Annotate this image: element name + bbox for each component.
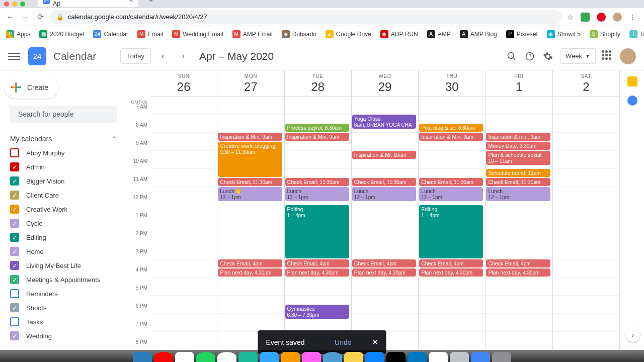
calendar-event[interactable]: Plan next day, 4:30pm xyxy=(486,268,550,277)
calendar-event[interactable]: Check Email, 11:30am xyxy=(486,178,550,186)
calendar-event[interactable]: Check Email, 11:30am xyxy=(352,178,416,186)
calendar-event[interactable]: Check Email, 11:30am xyxy=(419,178,483,186)
calendar-event[interactable]: Plan next day, 4:30pm xyxy=(218,268,282,277)
calendar-event[interactable]: Plan next day, 4:30pm xyxy=(285,268,349,277)
day-column[interactable]: TUE28Process payrol, 8:30amInspiration &… xyxy=(285,70,352,350)
bookmark-item[interactable]: TTailwind xyxy=(629,30,644,38)
keep-icon[interactable] xyxy=(627,76,637,86)
calendar-event[interactable]: Check Email, 4pm xyxy=(218,259,282,267)
new-tab-button[interactable]: + xyxy=(146,0,156,5)
search-people-input[interactable]: Search for people xyxy=(10,106,117,123)
calendar-event[interactable]: Creative work: blogging9:30 – 11:30am xyxy=(218,142,282,177)
calendar-checkbox[interactable]: ✓Shoots xyxy=(10,301,117,315)
calendar-event[interactable]: Check Email, 11:30am xyxy=(218,178,282,186)
search-icon[interactable] xyxy=(506,50,518,62)
prev-week-button[interactable]: ‹ xyxy=(155,51,171,61)
calendar-event[interactable]: Check Email, 4pm xyxy=(486,259,550,267)
minimize-window-dot[interactable] xyxy=(12,2,17,7)
back-button[interactable]: ← xyxy=(5,13,15,22)
calendar-event[interactable]: Schedule brand, 11am xyxy=(486,169,550,177)
calendar-event[interactable]: Inspiration & Mi, 10am xyxy=(352,151,416,159)
calendar-event[interactable]: Editing1 – 4pm xyxy=(285,205,349,258)
calendar-event[interactable]: Gymnastics6:30 – 7:30pm xyxy=(285,305,349,319)
forward-button[interactable]: → xyxy=(20,13,30,22)
browser-tab[interactable]: 24 Google Calendar - Week of Ap × xyxy=(38,0,138,7)
calendar-event[interactable]: Money Date, 9:30am xyxy=(486,142,550,150)
calendar-checkbox[interactable]: ✓Client Care xyxy=(10,188,117,202)
calendar-checkbox[interactable]: Abby Murphy xyxy=(10,146,117,160)
calendar-grid[interactable]: GMT-05 7 AM8 AM9 AM10 AM11 AM12 PM1 PM2 … xyxy=(125,70,620,350)
bookmark-item[interactable]: ◆Dubsado xyxy=(282,30,316,38)
bookmark-item[interactable]: MWedding Email xyxy=(172,30,223,38)
bookmark-item[interactable]: MEmail xyxy=(137,30,163,38)
bookmark-item[interactable]: AAMP xyxy=(427,30,451,38)
macos-dock[interactable] xyxy=(0,350,644,362)
view-switcher[interactable]: Week▼ xyxy=(560,48,596,64)
maximize-window-dot[interactable] xyxy=(20,2,25,7)
bookmark-item[interactable]: SShopify xyxy=(590,30,620,38)
undo-button[interactable]: Undo xyxy=(335,338,351,346)
calendar-event[interactable]: Inspiration & Min, 9am xyxy=(218,133,282,141)
calendar-event[interactable]: Check Email, 4pm xyxy=(419,259,483,267)
bookmark-item[interactable]: ◉ADP RUN xyxy=(380,30,418,38)
calendar-event[interactable]: Yoga Class8am, URBAN YOGA CHA xyxy=(352,115,416,129)
calendar-event[interactable]: Editing1 – 4pm xyxy=(419,205,483,258)
calendar-event[interactable]: Check Email, 11:30am xyxy=(285,178,349,186)
bookmark-item[interactable]: ◉Showit 5 xyxy=(547,30,581,38)
next-week-button[interactable]: › xyxy=(175,51,191,61)
calendar-event[interactable]: Inspiration & Min, 9am xyxy=(285,133,349,141)
today-button[interactable]: Today xyxy=(120,48,151,64)
address-bar[interactable]: 🔒 calendar.google.com/calendar/r/week/20… xyxy=(50,10,562,24)
calendar-checkbox[interactable]: ✓Cycle xyxy=(10,216,117,230)
calendar-event[interactable]: Lunch12 – 1pm xyxy=(352,187,416,201)
calendar-event[interactable]: Lunch12 – 1pm xyxy=(285,187,349,201)
bookmark-item[interactable]: 24Calendar xyxy=(93,30,128,38)
calendar-checkbox[interactable]: ✓Meetings & Appointments xyxy=(10,273,117,287)
calendar-event[interactable]: Plan next day, 4:30pm xyxy=(352,268,416,277)
calendar-checkbox[interactable]: ✓Admin xyxy=(10,160,117,174)
calendar-checkbox[interactable]: ✓Bigger Vision xyxy=(10,174,117,188)
calendar-checkbox[interactable]: Tasks xyxy=(10,315,117,329)
toast-close-icon[interactable]: ✕ xyxy=(372,337,378,347)
star-icon[interactable]: ☆ xyxy=(567,13,574,21)
calendar-checkbox[interactable]: Reminders xyxy=(10,287,117,301)
other-calendars-toggle[interactable]: Other calendars + ⌃ xyxy=(10,343,117,350)
day-column[interactable]: SAT2 xyxy=(553,70,620,350)
day-column[interactable]: WED29Yoga Class8am, URBAN YOGA CHAInspir… xyxy=(352,70,419,350)
apps-bookmark[interactable]: ⠿Apps xyxy=(6,30,30,38)
help-icon[interactable]: ? xyxy=(524,50,536,62)
kebab-menu-icon[interactable]: ⋮ xyxy=(629,13,636,21)
account-avatar[interactable] xyxy=(620,48,636,64)
calendar-event[interactable]: Lunch12 – 1pm xyxy=(486,187,550,201)
calendar-checkbox[interactable]: ✓Living My Best Life xyxy=(10,258,117,273)
calendar-checkbox[interactable]: ✓Home xyxy=(10,244,117,258)
extension-icon[interactable] xyxy=(581,13,590,22)
google-apps-icon[interactable] xyxy=(602,50,614,62)
tasks-icon[interactable] xyxy=(627,96,637,106)
calendar-event[interactable]: Inspiration & Min, 9am xyxy=(419,133,483,141)
calendar-event[interactable]: Check Email, 4pm xyxy=(285,259,349,267)
calendar-event[interactable]: Inspiration & min, 9am xyxy=(486,133,550,141)
calendar-checkbox[interactable]: ✓Editing xyxy=(10,230,117,244)
reload-button[interactable]: ⟳ xyxy=(35,12,45,22)
settings-icon[interactable] xyxy=(542,50,554,62)
calendar-event[interactable]: Lunch12 – 1pm xyxy=(419,187,483,201)
close-window-dot[interactable] xyxy=(4,2,9,7)
calendar-checkbox[interactable]: ✓Creative Work xyxy=(10,202,117,216)
my-calendars-toggle[interactable]: My calendars ⌃ xyxy=(10,132,117,146)
show-side-panel-button[interactable]: › xyxy=(626,328,640,342)
calendar-event[interactable]: Post blog & se, 8:30am xyxy=(419,124,483,132)
bookmark-item[interactable]: AAMP Blog xyxy=(460,30,497,38)
calendar-event[interactable]: Process payrol, 8:30am xyxy=(285,124,349,132)
day-column[interactable]: MON27Inspiration & Min, 9amCreative work… xyxy=(217,70,284,350)
calendar-event[interactable]: Plan next day, 4:30pm xyxy=(419,268,483,277)
bookmark-item[interactable]: ▲Google Drive xyxy=(326,30,371,38)
tab-close-icon[interactable]: × xyxy=(129,0,133,4)
bookmark-item[interactable]: PPixieset xyxy=(506,30,538,38)
bookmark-item[interactable]: MAMP Email xyxy=(232,30,273,38)
calendar-event[interactable]: Lunch12 – 1pm xyxy=(218,187,282,201)
bookmark-item[interactable]: ▦2020 Budget xyxy=(39,30,84,38)
calendar-event[interactable]: Plan & schedule social10 – 11am xyxy=(486,151,550,165)
profile-avatar[interactable] xyxy=(613,13,622,22)
main-menu-icon[interactable] xyxy=(8,50,20,62)
